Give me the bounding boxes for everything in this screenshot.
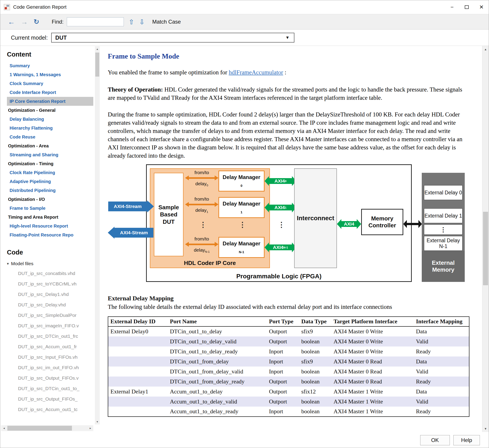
- model-file-link[interactable]: DUT_ip_src_SimpleDualPor: [7, 310, 94, 320]
- scroll-down-icon[interactable]: ▼: [95, 419, 100, 424]
- window-title: Code Generation Report: [13, 4, 66, 10]
- model-file-link[interactable]: DUT_ip_src_imageIn_FIFO.v: [7, 320, 94, 331]
- table-cell: [108, 376, 168, 387]
- sidebar-item-frame-to-sample[interactable]: Frame to Sample: [7, 204, 93, 213]
- model-file-link[interactable]: DUT_ip_src_Accum_out1_fr: [7, 341, 94, 352]
- table-cell: DTCin_out1_to_delay_valid: [168, 336, 267, 346]
- current-model-bar: Current model: DUT ▼: [0, 30, 489, 46]
- match-case-toggle[interactable]: Match Case: [152, 19, 181, 25]
- mapping-description: The following table details the external…: [108, 303, 464, 311]
- sidebar-item-high-level-resource-report[interactable]: High-level Resource Report: [7, 221, 93, 230]
- ellipsis-icon: ⋮: [200, 220, 207, 229]
- sidebar-hscrollbar-thumb[interactable]: [7, 426, 72, 431]
- model-file-link[interactable]: DUT_ip_src_Delay1.vhd: [7, 289, 94, 300]
- body-paragraph: During the frame to sample optimization,…: [108, 110, 464, 160]
- model-file-link[interactable]: DUT_ip_src_Output_FIFOs_: [7, 394, 94, 404]
- table-row: DTCin_out1_from_delayInportsfix9AXI4 Mas…: [108, 357, 469, 367]
- theory-label: Theory of Operation:: [108, 86, 163, 93]
- ok-button[interactable]: OK: [420, 435, 450, 445]
- table-cell: Outport: [267, 326, 299, 336]
- model-file-link[interactable]: DUT_ip_src_DTCin_out1_to_: [7, 383, 94, 394]
- back-button[interactable]: ←: [8, 18, 15, 25]
- sidebar-vertical-scrollbar[interactable]: ▲ ▼: [95, 46, 100, 424]
- model-file-link[interactable]: DUT_ip_src_concatbits.vhd: [7, 268, 94, 278]
- sidebar-item-distributed-pipelining[interactable]: Distributed Pipelining: [7, 186, 93, 195]
- table-cell: [108, 357, 168, 367]
- sidebar-item-code-interface-report[interactable]: Code Interface Report: [7, 88, 93, 97]
- table-cell: boolean: [299, 336, 331, 346]
- model-file-link[interactable]: DUT_ip_src_Output_FIFOs.v: [7, 373, 94, 383]
- scroll-up-icon[interactable]: ▲: [95, 46, 100, 52]
- axi4-stream-out-arrow: AXI4-Stream: [108, 228, 154, 237]
- model-files-toggle[interactable]: ▾ Model files: [7, 261, 94, 266]
- table-cell: [108, 397, 168, 407]
- table-cell: AXI4 Master 0 Read: [331, 376, 414, 387]
- external-delay-mapping-heading: External Delay Mapping: [108, 295, 481, 302]
- sidebar-item-hierarchy-flattening[interactable]: Hierarchy Flattening: [7, 123, 93, 132]
- scroll-left-icon[interactable]: ◄: [1, 425, 7, 431]
- delay-manager-1-box: Delay Manager 1: [219, 197, 265, 218]
- help-button[interactable]: Help: [453, 435, 480, 445]
- close-icon: ✕: [479, 4, 484, 10]
- sidebar-item-adaptive-pipelining[interactable]: Adaptive Pipelining: [7, 177, 93, 186]
- sidebar-item-code-reuse[interactable]: Code Reuse: [7, 132, 93, 141]
- ip-core-label: HDL Coder IP Core: [150, 260, 270, 267]
- table-row: Accum_out1_to_delay_validOutportbooleanA…: [108, 397, 469, 407]
- sidebar-item-floating-point-resource-repo[interactable]: Floating-Point Resource Repo: [7, 230, 93, 239]
- content-scrollbar-thumb[interactable]: [483, 212, 488, 285]
- model-file-link[interactable]: DUT_ip_src_im_out_FIFO.vh: [7, 362, 94, 373]
- sidebar-item-streaming-and-sharing[interactable]: Streaming and Sharing: [7, 150, 93, 159]
- table-cell: Data: [414, 357, 469, 367]
- table-cell: [108, 336, 168, 346]
- model-file-link[interactable]: DUT_ip_src_DTCin_out1_frc: [7, 331, 94, 341]
- model-file-link[interactable]: DUT_ip_src_Input_FIFOs.vh: [7, 352, 94, 362]
- sidebar-horizontal-scrollbar[interactable]: ◄ ►: [1, 425, 93, 431]
- model-file-link[interactable]: DUT_ip_src_Delay.vhd: [7, 300, 94, 310]
- table-cell: AXI4 Master 1 Write: [331, 387, 414, 397]
- scroll-right-icon[interactable]: ►: [88, 425, 93, 431]
- refresh-button[interactable]: ↻: [34, 18, 39, 25]
- maximize-button[interactable]: [459, 0, 474, 14]
- content-heading: Content: [7, 51, 94, 58]
- close-button[interactable]: ✕: [474, 0, 489, 14]
- sidebar-item-clock-summary[interactable]: Clock Summary: [7, 79, 93, 88]
- table-cell: AXI4 Master 0 Write: [331, 346, 414, 357]
- find-previous-button[interactable]: ⇧: [129, 18, 134, 26]
- toolbar: ← → ↻ Find: ⇧ ⇩ Match Case: [0, 14, 489, 30]
- table-cell: boolean: [299, 367, 331, 376]
- table-cell: DTCin_out1_to_delay: [168, 326, 267, 336]
- sidebar-item-ip-core-generation-report[interactable]: IP Core Generation Report: [7, 97, 93, 106]
- table-row: DTCin_out1_from_delay_readyOutportboolea…: [108, 376, 469, 387]
- table-cell: Ready: [414, 407, 469, 417]
- forward-button[interactable]: →: [21, 18, 28, 25]
- intro-text: You enabled the frame to sample optimiza…: [108, 69, 229, 76]
- sidebar-item-1-warnings-1-messages[interactable]: 1 Warnings, 1 Messages: [7, 70, 93, 79]
- table-cell: boolean: [299, 376, 331, 387]
- sidebar-item-summary[interactable]: Summary: [7, 61, 93, 70]
- model-file-link[interactable]: DUT_ip_src_Accum_out1_tc: [7, 404, 94, 415]
- scroll-down-icon[interactable]: ▼: [482, 425, 489, 432]
- hdlframeaccumulator-link[interactable]: hdlFrameAccumulator: [229, 69, 283, 76]
- find-next-button[interactable]: ⇩: [139, 18, 145, 26]
- sidebar-section-optimization-area: Optimization - Area: [7, 141, 93, 150]
- minimize-button[interactable]: −: [445, 0, 459, 14]
- table-cell: boolean: [299, 346, 331, 357]
- sidebar-scrollbar-thumb[interactable]: [95, 53, 99, 77]
- model-file-link[interactable]: DUT_ip_src_toYCBCrML.vh: [7, 278, 94, 289]
- table-row: External Delay0DTCin_out1_to_delayOutpor…: [108, 326, 469, 336]
- report-content-pane: Frame to Sample Mode You enabled the fra…: [100, 46, 489, 432]
- table-cell: Inport: [267, 407, 299, 417]
- scroll-up-icon[interactable]: ▲: [482, 46, 489, 53]
- from-to-text: from/to: [185, 196, 219, 202]
- sidebar-item-clock-rate-pipelining[interactable]: Clock Rate Pipelining: [7, 168, 93, 177]
- table-cell: AXI4 Master 0 Read: [331, 357, 414, 367]
- external-delay-N-box: External Delay N-1: [424, 236, 463, 251]
- ellipsis-icon: ⋮: [239, 220, 246, 229]
- find-input[interactable]: [67, 17, 124, 26]
- table-cell: Data: [414, 387, 469, 397]
- chevron-down-icon: ▾: [7, 261, 9, 266]
- sidebar-item-delay-balancing[interactable]: Delay Balancing: [7, 115, 93, 123]
- current-model-dropdown[interactable]: DUT ▼: [51, 33, 294, 42]
- sidebar-content: Content Summary1 Warnings, 1 MessagesClo…: [7, 46, 94, 425]
- content-vertical-scrollbar[interactable]: ▲ ▼: [482, 46, 489, 432]
